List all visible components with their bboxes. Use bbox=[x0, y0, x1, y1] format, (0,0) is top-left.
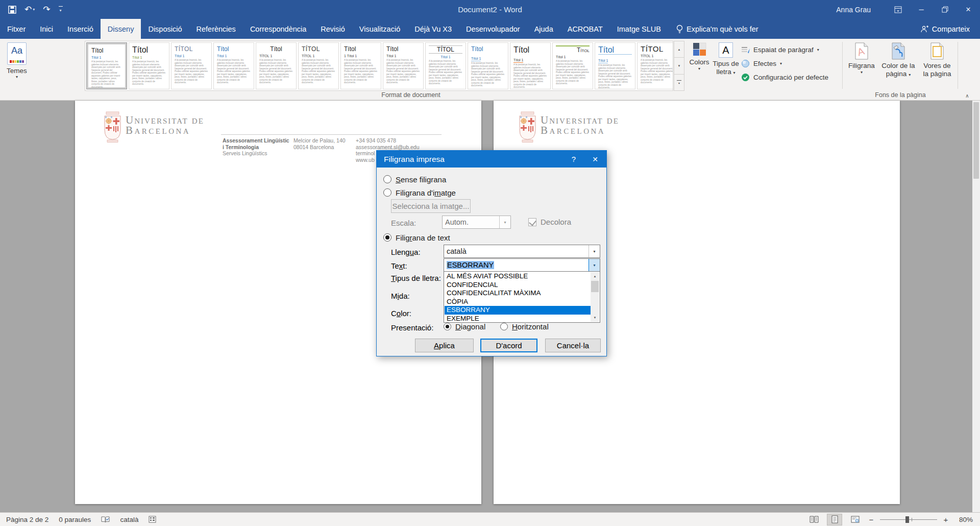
proofing-status[interactable] bbox=[101, 516, 110, 523]
ribbon-tab[interactable]: Ajuda bbox=[527, 19, 560, 39]
apply-button[interactable]: Aplica bbox=[415, 339, 474, 352]
radio-icon[interactable] bbox=[383, 233, 391, 242]
radio-icon[interactable] bbox=[444, 323, 451, 330]
ribbon-tab[interactable]: Imatge SLUB bbox=[610, 19, 668, 39]
gallery-more-button[interactable]: ▾ bbox=[674, 75, 684, 91]
collapse-ribbon-button[interactable]: ∧ bbox=[960, 93, 975, 99]
close-button[interactable]: ✕ bbox=[957, 0, 980, 19]
language-indicator[interactable]: català bbox=[120, 516, 138, 523]
gallery-scroll-down-button[interactable]: ▼ bbox=[674, 58, 684, 74]
zoom-slider[interactable] bbox=[880, 514, 937, 525]
theme-fonts-button[interactable]: A Tipus de lletra ▾ bbox=[713, 41, 739, 76]
ribbon-tab[interactable]: Fitxer bbox=[0, 19, 33, 39]
dropdown-scrollbar[interactable]: ▲ ▼ bbox=[591, 272, 599, 322]
macro-recording-button[interactable] bbox=[149, 516, 156, 523]
layout-diagonal-radio[interactable]: Diagonal bbox=[444, 321, 485, 331]
dropdown-option[interactable]: CONFIDENCIALITAT MÀXIMA bbox=[445, 289, 591, 298]
style-set-thumbnail[interactable]: Títol Títol 1 A la pestanya Inserció, le… bbox=[213, 42, 254, 89]
ok-button[interactable]: D'acord bbox=[480, 339, 537, 352]
tell-me-box[interactable]: Explica'm què vols fer bbox=[668, 19, 767, 39]
set-default-button[interactable]: Configuració per defecte bbox=[741, 70, 828, 84]
style-set-thumbnail[interactable]: TÍTOL TÍTOL 1 A la pestanya Inserció, le… bbox=[637, 42, 673, 89]
zoom-slider-thumb[interactable] bbox=[905, 516, 909, 523]
checkbox-icon[interactable] bbox=[528, 218, 536, 226]
scrollbar-thumb[interactable] bbox=[973, 102, 979, 179]
dialog-close-button[interactable]: ✕ bbox=[585, 151, 605, 168]
save-button[interactable] bbox=[8, 6, 16, 14]
style-set-thumbnail[interactable]: Títol Títol 1 A la pestanya Inserció, le… bbox=[510, 42, 551, 89]
ribbon-tab[interactable]: Inserció bbox=[60, 19, 101, 39]
ribbon-tab[interactable]: Referències bbox=[189, 19, 243, 39]
print-layout-button[interactable] bbox=[827, 514, 842, 525]
theme-colors-button[interactable]: Colors ▾ bbox=[687, 41, 712, 71]
ribbon-tab[interactable]: Correspondència bbox=[243, 19, 313, 39]
dropdown-option[interactable]: EXEMPLE bbox=[445, 315, 591, 322]
ribbon-tab[interactable]: Inici bbox=[33, 19, 60, 39]
text-watermark-radio[interactable]: Filigrana de text bbox=[383, 232, 450, 243]
layout-horizontal-radio[interactable]: Horitzontal bbox=[500, 321, 549, 331]
ribbon-tab[interactable]: Déjà Vu X3 bbox=[407, 19, 459, 39]
style-set-thumbnail[interactable]: TÍTOL Títol 1 A la pestanya Inserció, le… bbox=[425, 42, 466, 89]
share-button[interactable]: Comparteix bbox=[920, 19, 980, 39]
no-watermark-radio[interactable]: Sense filigrana bbox=[383, 174, 446, 184]
ribbon-tab[interactable]: Revisió bbox=[313, 19, 352, 39]
style-set-thumbnail[interactable]: Títol 1 Títol 1 A la pestanya Inserció, … bbox=[340, 42, 381, 89]
zoom-level[interactable]: 80% bbox=[954, 516, 973, 523]
user-name[interactable]: Anna Grau bbox=[836, 6, 871, 14]
themes-button[interactable]: Aa Temes ▾ bbox=[2, 41, 32, 89]
scroll-up-icon[interactable]: ▲ bbox=[591, 272, 599, 280]
qat-customize-button[interactable]: ▾ bbox=[59, 6, 63, 13]
cancel-button[interactable]: Cancel·la bbox=[545, 339, 601, 352]
style-set-thumbnail[interactable]: TÍTOL Títol 1 A la pestanya Inserció, le… bbox=[171, 42, 212, 89]
style-set-thumbnail[interactable]: TÍTOL TÍTOL 1 A la pestanya Inserció, le… bbox=[298, 42, 339, 89]
word-count[interactable]: 0 paraules bbox=[59, 516, 91, 523]
ribbon-tab[interactable]: Visualització bbox=[352, 19, 407, 39]
scroll-down-icon[interactable]: ▼ bbox=[591, 314, 599, 322]
style-set-thumbnail[interactable]: Títol Títol 1 A la pestanya Inserció, le… bbox=[552, 42, 593, 89]
dropdown-option[interactable]: AL MÉS AVIAT POSSIBLE bbox=[445, 272, 591, 281]
style-set-thumbnail[interactable]: Títol Títol 1 A la pestanya Inserció, le… bbox=[468, 42, 508, 89]
restore-button[interactable] bbox=[933, 0, 957, 19]
watermark-button[interactable]: A Filigrana ▾ bbox=[846, 41, 877, 75]
ribbon-tab[interactable]: Desenvolupador bbox=[459, 19, 527, 39]
washout-checkbox[interactable]: Decolora bbox=[528, 218, 571, 226]
undo-dropdown-icon[interactable]: ▾ bbox=[33, 7, 35, 12]
vertical-scrollbar[interactable] bbox=[972, 101, 980, 512]
combo-arrow-icon[interactable]: ▾ bbox=[589, 259, 600, 271]
gallery-scroll-up-button[interactable]: ▲ bbox=[674, 41, 684, 58]
ribbon-display-options-button[interactable] bbox=[886, 0, 910, 19]
style-set-thumbnail[interactable]: Títol Títol 1 A la pestanya Inserció, le… bbox=[129, 42, 169, 89]
ribbon-tab[interactable]: Disposició bbox=[141, 19, 189, 39]
dialog-help-button[interactable]: ? bbox=[564, 151, 584, 168]
page-borders-button[interactable]: Vores de la pàgina bbox=[919, 41, 955, 78]
paragraph-spacing-button[interactable]: Espaiat de paràgraf ▾ bbox=[741, 43, 828, 57]
undo-button[interactable]: ↶▾ bbox=[24, 4, 35, 15]
style-set-thumbnail[interactable]: Títol Títol 1 A la pestanya Inserció, le… bbox=[86, 42, 127, 89]
page-color-button[interactable]: Color de la pàgina ▾ bbox=[879, 41, 918, 78]
zoom-out-button[interactable]: − bbox=[868, 515, 875, 524]
page-indicator[interactable]: Pàgina 2 de 2 bbox=[6, 516, 48, 523]
radio-icon[interactable] bbox=[383, 188, 391, 197]
select-picture-button[interactable]: Selecciona la imatge... bbox=[391, 199, 471, 213]
dropdown-option[interactable]: ESBORRANY bbox=[445, 306, 591, 315]
zoom-in-button[interactable]: + bbox=[942, 515, 949, 524]
style-set-thumbnail[interactable]: Títol TÍTOL 1 A la pestanya Inserció, le… bbox=[256, 42, 297, 89]
scale-combobox[interactable]: Autom. ▾ bbox=[442, 216, 511, 229]
redo-button[interactable]: ↷ bbox=[43, 4, 50, 15]
effects-button[interactable]: Efectes ▾ bbox=[741, 57, 828, 70]
web-layout-button[interactable] bbox=[847, 514, 863, 525]
combo-arrow-icon[interactable]: ▾ bbox=[499, 216, 510, 228]
style-set-thumbnail[interactable]: Títol Títol 1 A la pestanya Inserció, le… bbox=[383, 42, 424, 89]
ribbon-tab[interactable]: ACROBAT bbox=[560, 19, 610, 39]
radio-icon[interactable] bbox=[383, 175, 391, 183]
scrollbar-thumb[interactable] bbox=[591, 281, 599, 292]
read-mode-button[interactable] bbox=[806, 514, 822, 525]
minimize-button[interactable]: ─ bbox=[910, 0, 933, 19]
combo-arrow-icon[interactable]: ▾ bbox=[589, 245, 600, 257]
picture-watermark-radio[interactable]: Filigrana d'imatge bbox=[383, 187, 456, 198]
dropdown-option[interactable]: CONFIDENCIAL bbox=[445, 281, 591, 290]
dropdown-option[interactable]: CÒPIA bbox=[445, 298, 591, 306]
radio-icon[interactable] bbox=[500, 323, 508, 330]
text-value[interactable]: ESBORRANY bbox=[444, 261, 589, 269]
language-combobox[interactable]: català ▾ bbox=[444, 245, 600, 258]
